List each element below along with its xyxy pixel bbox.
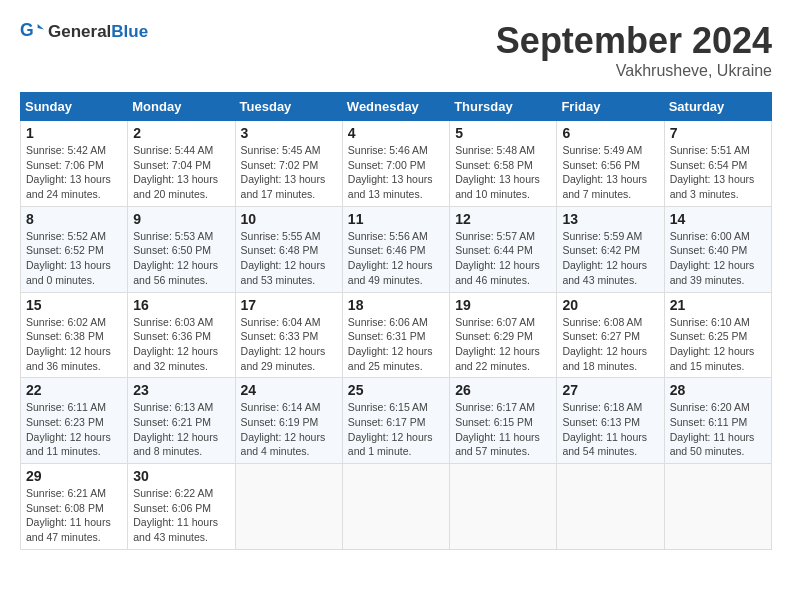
logo-general: GeneralBlue: [48, 22, 148, 42]
day-number: 7: [670, 125, 766, 141]
month-title: September 2024: [496, 20, 772, 62]
day-number: 1: [26, 125, 122, 141]
calendar-cell: 7Sunrise: 5:51 AMSunset: 6:54 PMDaylight…: [664, 121, 771, 207]
day-info: Sunrise: 6:02 AMSunset: 6:38 PMDaylight:…: [26, 315, 122, 374]
day-info: Sunrise: 6:18 AMSunset: 6:13 PMDaylight:…: [562, 400, 658, 459]
day-info: Sunrise: 5:52 AMSunset: 6:52 PMDaylight:…: [26, 229, 122, 288]
day-info: Sunrise: 5:44 AMSunset: 7:04 PMDaylight:…: [133, 143, 229, 202]
day-number: 29: [26, 468, 122, 484]
calendar-cell: 9Sunrise: 5:53 AMSunset: 6:50 PMDaylight…: [128, 206, 235, 292]
day-number: 2: [133, 125, 229, 141]
day-info: Sunrise: 5:55 AMSunset: 6:48 PMDaylight:…: [241, 229, 337, 288]
calendar-cell: 12Sunrise: 5:57 AMSunset: 6:44 PMDayligh…: [450, 206, 557, 292]
day-header-thursday: Thursday: [450, 93, 557, 121]
day-info: Sunrise: 5:48 AMSunset: 6:58 PMDaylight:…: [455, 143, 551, 202]
subtitle: Vakhrusheve, Ukraine: [496, 62, 772, 80]
day-info: Sunrise: 5:53 AMSunset: 6:50 PMDaylight:…: [133, 229, 229, 288]
week-row-1: 1Sunrise: 5:42 AMSunset: 7:06 PMDaylight…: [21, 121, 772, 207]
day-number: 25: [348, 382, 444, 398]
calendar-cell: 2Sunrise: 5:44 AMSunset: 7:04 PMDaylight…: [128, 121, 235, 207]
day-number: 26: [455, 382, 551, 398]
day-header-wednesday: Wednesday: [342, 93, 449, 121]
day-info: Sunrise: 5:56 AMSunset: 6:46 PMDaylight:…: [348, 229, 444, 288]
day-number: 30: [133, 468, 229, 484]
calendar-cell: [342, 464, 449, 550]
day-number: 15: [26, 297, 122, 313]
calendar-cell: 8Sunrise: 5:52 AMSunset: 6:52 PMDaylight…: [21, 206, 128, 292]
calendar-cell: 22Sunrise: 6:11 AMSunset: 6:23 PMDayligh…: [21, 378, 128, 464]
calendar-cell: 11Sunrise: 5:56 AMSunset: 6:46 PMDayligh…: [342, 206, 449, 292]
calendar-cell: 10Sunrise: 5:55 AMSunset: 6:48 PMDayligh…: [235, 206, 342, 292]
week-row-2: 8Sunrise: 5:52 AMSunset: 6:52 PMDaylight…: [21, 206, 772, 292]
day-number: 10: [241, 211, 337, 227]
day-number: 28: [670, 382, 766, 398]
calendar-table: SundayMondayTuesdayWednesdayThursdayFrid…: [20, 92, 772, 550]
calendar-cell: 16Sunrise: 6:03 AMSunset: 6:36 PMDayligh…: [128, 292, 235, 378]
day-number: 17: [241, 297, 337, 313]
day-info: Sunrise: 6:15 AMSunset: 6:17 PMDaylight:…: [348, 400, 444, 459]
calendar-cell: 25Sunrise: 6:15 AMSunset: 6:17 PMDayligh…: [342, 378, 449, 464]
day-info: Sunrise: 5:51 AMSunset: 6:54 PMDaylight:…: [670, 143, 766, 202]
day-info: Sunrise: 5:49 AMSunset: 6:56 PMDaylight:…: [562, 143, 658, 202]
day-info: Sunrise: 6:03 AMSunset: 6:36 PMDaylight:…: [133, 315, 229, 374]
day-info: Sunrise: 5:45 AMSunset: 7:02 PMDaylight:…: [241, 143, 337, 202]
day-number: 11: [348, 211, 444, 227]
day-number: 14: [670, 211, 766, 227]
day-number: 22: [26, 382, 122, 398]
day-header-monday: Monday: [128, 93, 235, 121]
calendar-cell: 21Sunrise: 6:10 AMSunset: 6:25 PMDayligh…: [664, 292, 771, 378]
day-info: Sunrise: 5:46 AMSunset: 7:00 PMDaylight:…: [348, 143, 444, 202]
day-header-sunday: Sunday: [21, 93, 128, 121]
calendar-cell: 30Sunrise: 6:22 AMSunset: 6:06 PMDayligh…: [128, 464, 235, 550]
week-row-4: 22Sunrise: 6:11 AMSunset: 6:23 PMDayligh…: [21, 378, 772, 464]
day-number: 19: [455, 297, 551, 313]
calendar-cell: 15Sunrise: 6:02 AMSunset: 6:38 PMDayligh…: [21, 292, 128, 378]
day-number: 9: [133, 211, 229, 227]
day-info: Sunrise: 6:06 AMSunset: 6:31 PMDaylight:…: [348, 315, 444, 374]
day-number: 24: [241, 382, 337, 398]
day-number: 23: [133, 382, 229, 398]
calendar-cell: 3Sunrise: 5:45 AMSunset: 7:02 PMDaylight…: [235, 121, 342, 207]
calendar-cell: 20Sunrise: 6:08 AMSunset: 6:27 PMDayligh…: [557, 292, 664, 378]
calendar-cell: 4Sunrise: 5:46 AMSunset: 7:00 PMDaylight…: [342, 121, 449, 207]
logo: G GeneralBlue: [20, 20, 148, 44]
day-info: Sunrise: 6:20 AMSunset: 6:11 PMDaylight:…: [670, 400, 766, 459]
calendar-cell: 26Sunrise: 6:17 AMSunset: 6:15 PMDayligh…: [450, 378, 557, 464]
day-number: 20: [562, 297, 658, 313]
week-row-3: 15Sunrise: 6:02 AMSunset: 6:38 PMDayligh…: [21, 292, 772, 378]
day-number: 8: [26, 211, 122, 227]
calendar-cell: 17Sunrise: 6:04 AMSunset: 6:33 PMDayligh…: [235, 292, 342, 378]
day-info: Sunrise: 6:08 AMSunset: 6:27 PMDaylight:…: [562, 315, 658, 374]
week-row-5: 29Sunrise: 6:21 AMSunset: 6:08 PMDayligh…: [21, 464, 772, 550]
day-info: Sunrise: 6:10 AMSunset: 6:25 PMDaylight:…: [670, 315, 766, 374]
day-info: Sunrise: 6:14 AMSunset: 6:19 PMDaylight:…: [241, 400, 337, 459]
calendar-cell: 23Sunrise: 6:13 AMSunset: 6:21 PMDayligh…: [128, 378, 235, 464]
logo-icon: G: [20, 20, 44, 44]
day-info: Sunrise: 5:57 AMSunset: 6:44 PMDaylight:…: [455, 229, 551, 288]
calendar-cell: 24Sunrise: 6:14 AMSunset: 6:19 PMDayligh…: [235, 378, 342, 464]
day-info: Sunrise: 6:00 AMSunset: 6:40 PMDaylight:…: [670, 229, 766, 288]
day-info: Sunrise: 5:59 AMSunset: 6:42 PMDaylight:…: [562, 229, 658, 288]
day-info: Sunrise: 6:07 AMSunset: 6:29 PMDaylight:…: [455, 315, 551, 374]
day-number: 6: [562, 125, 658, 141]
calendar-cell: 13Sunrise: 5:59 AMSunset: 6:42 PMDayligh…: [557, 206, 664, 292]
day-number: 13: [562, 211, 658, 227]
calendar-cell: 1Sunrise: 5:42 AMSunset: 7:06 PMDaylight…: [21, 121, 128, 207]
day-info: Sunrise: 6:22 AMSunset: 6:06 PMDaylight:…: [133, 486, 229, 545]
day-number: 3: [241, 125, 337, 141]
day-info: Sunrise: 6:04 AMSunset: 6:33 PMDaylight:…: [241, 315, 337, 374]
calendar-cell: [450, 464, 557, 550]
day-info: Sunrise: 6:17 AMSunset: 6:15 PMDaylight:…: [455, 400, 551, 459]
day-number: 27: [562, 382, 658, 398]
day-number: 18: [348, 297, 444, 313]
day-info: Sunrise: 6:21 AMSunset: 6:08 PMDaylight:…: [26, 486, 122, 545]
title-area: September 2024 Vakhrusheve, Ukraine: [496, 20, 772, 80]
svg-marker-1: [38, 24, 44, 30]
calendar-cell: 27Sunrise: 6:18 AMSunset: 6:13 PMDayligh…: [557, 378, 664, 464]
day-header-saturday: Saturday: [664, 93, 771, 121]
day-info: Sunrise: 6:11 AMSunset: 6:23 PMDaylight:…: [26, 400, 122, 459]
day-header-tuesday: Tuesday: [235, 93, 342, 121]
calendar-cell: 28Sunrise: 6:20 AMSunset: 6:11 PMDayligh…: [664, 378, 771, 464]
calendar-cell: 14Sunrise: 6:00 AMSunset: 6:40 PMDayligh…: [664, 206, 771, 292]
days-header-row: SundayMondayTuesdayWednesdayThursdayFrid…: [21, 93, 772, 121]
